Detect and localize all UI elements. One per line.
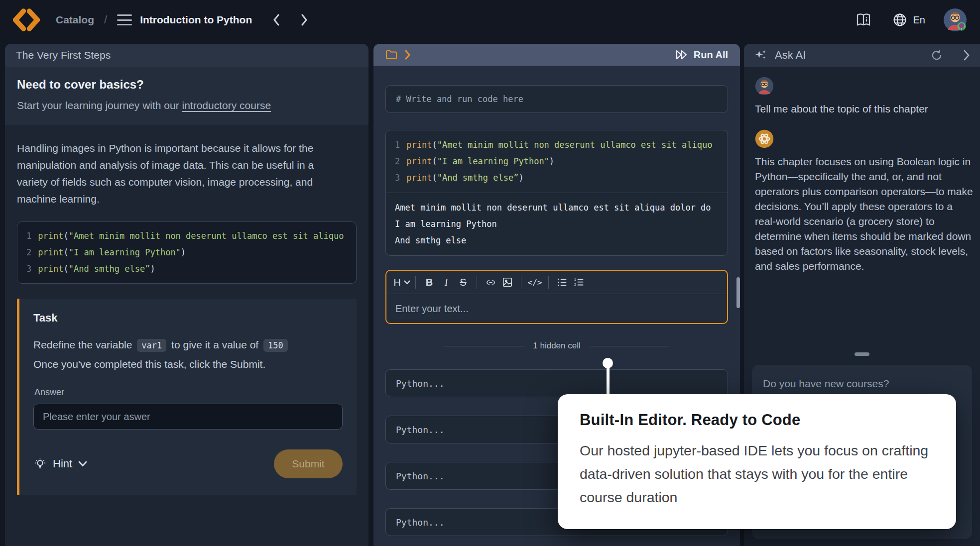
hidden-cells-label: 1 hidden cell xyxy=(533,341,580,351)
code-line: 1print("Amet minim mollit non deserunt u… xyxy=(26,228,347,244)
tour-tooltip-title: Built-In Editor. Ready to Code xyxy=(580,411,934,429)
app-logo[interactable] xyxy=(13,8,40,31)
code-line: 1print("Amet minim mollit non deserunt u… xyxy=(395,137,719,153)
hint-label: Hint xyxy=(53,457,72,470)
svg-text:2: 2 xyxy=(574,283,576,286)
output-line: And smthg else xyxy=(395,232,719,249)
code-line: 2print("I am learning Python") xyxy=(26,244,347,261)
output-line: Amet minim mollit non deserunt ullamco e… xyxy=(395,200,719,216)
executed-cell[interactable]: 1print("Amet minim mollit non deserunt u… xyxy=(385,130,728,256)
collapsed-cell[interactable]: Python... xyxy=(385,369,728,397)
language-label: En xyxy=(913,14,925,26)
lesson-code-block: 1print("Amet minim mollit non deserunt u… xyxy=(17,221,357,284)
expand-files-chevron-icon[interactable] xyxy=(404,50,411,60)
language-selector[interactable]: En xyxy=(892,12,925,27)
run-all-button[interactable]: Run All xyxy=(675,49,728,61)
top-bar: Catalog / Introduction to Python En xyxy=(0,0,980,40)
next-chapter-button[interactable] xyxy=(301,14,308,26)
sparkles-icon xyxy=(754,48,768,62)
prev-chapter-button[interactable] xyxy=(273,14,280,26)
breadcrumb-separator: / xyxy=(104,13,107,26)
basics-title: Need to cover basics? xyxy=(17,78,357,92)
bullet-list-button[interactable] xyxy=(554,274,571,290)
italic-button[interactable]: I xyxy=(438,274,455,290)
code-chip-var1: var1 xyxy=(137,339,166,352)
ai-message-avatar xyxy=(755,129,774,148)
globe-icon xyxy=(892,12,907,27)
tour-tooltip-body: Our hosted jupyter-based IDE lets you fo… xyxy=(580,439,934,509)
svg-text:1: 1 xyxy=(574,278,576,281)
lesson-paragraph: Handling images in Python is important b… xyxy=(5,126,354,208)
notebook-scrollbar[interactable] xyxy=(736,277,740,308)
page-title: Introduction to Python xyxy=(140,14,252,26)
run-all-icon xyxy=(675,49,689,61)
heading-button[interactable]: H xyxy=(393,274,410,290)
chat-thread: Tell me about the topic of this chapter … xyxy=(744,67,980,274)
user-message: Tell me about the topic of this chapter xyxy=(755,102,969,116)
strikethrough-button[interactable]: S xyxy=(455,274,472,290)
lesson-panel: The Very First Steps Need to cover basic… xyxy=(5,44,368,546)
link-button[interactable] xyxy=(482,274,499,290)
chevron-down-icon xyxy=(404,280,410,285)
hint-button[interactable]: Hint xyxy=(33,457,87,471)
chevron-down-icon xyxy=(78,461,87,467)
numbered-list-icon: 1 2 xyxy=(574,277,585,287)
chapter-menu-icon[interactable] xyxy=(117,14,132,25)
run-all-label: Run All xyxy=(694,49,728,61)
notebook-toolbar: Run All xyxy=(373,44,740,66)
introductory-course-link[interactable]: introductory course xyxy=(182,100,271,111)
lightbulb-icon xyxy=(33,457,47,471)
markdown-editor: H B I S xyxy=(385,270,728,324)
link-icon xyxy=(486,277,496,288)
scratch-comment: # Write and run code here xyxy=(396,94,523,104)
ask-ai-header: Ask AI xyxy=(744,44,980,67)
scratch-cell[interactable]: # Write and run code here xyxy=(385,85,728,113)
editor-text-area[interactable]: Enter your text... xyxy=(386,294,727,323)
task-description: Redefine the variable var1 to give it a … xyxy=(33,335,343,373)
answer-label: Answer xyxy=(33,387,343,398)
code-line: 3print("And smthg else”) xyxy=(395,170,719,186)
svg-text:1: 1 xyxy=(961,27,963,31)
lesson-title: The Very First Steps xyxy=(5,44,368,67)
bold-button[interactable]: B xyxy=(421,274,438,290)
input-resize-handle[interactable] xyxy=(855,352,869,356)
bullet-list-icon xyxy=(557,277,568,287)
editor-toolbar: H B I S xyxy=(386,271,727,294)
image-icon xyxy=(502,277,513,288)
user-avatar[interactable]: 1 xyxy=(943,8,967,32)
code-line: 2print("I am learning Python") xyxy=(395,153,719,170)
answer-input[interactable] xyxy=(33,404,343,430)
user-message-avatar xyxy=(755,77,774,96)
tour-tooltip: Built-In Editor. Ready to Code Our hoste… xyxy=(558,394,956,529)
image-button[interactable] xyxy=(499,274,516,290)
task-card: Task Redefine the variable var1 to give … xyxy=(17,299,357,495)
basics-text: Start your learning journey with our xyxy=(17,100,182,111)
cell-code: 1print("Amet minim mollit non deserunt u… xyxy=(386,130,728,193)
reset-chat-button[interactable] xyxy=(930,49,943,62)
hidden-cells-divider[interactable]: 1 hidden cell xyxy=(373,341,740,351)
ask-ai-title: Ask AI xyxy=(775,49,806,62)
collapse-panel-chevron-icon[interactable] xyxy=(963,50,970,61)
ai-message: This chapter focuses on using Boolean lo… xyxy=(755,154,973,274)
code-line: 3print("And smthg else”) xyxy=(26,261,347,277)
submit-button[interactable]: Submit xyxy=(274,449,343,478)
code-chip-150: 150 xyxy=(263,339,288,352)
breadcrumb-catalog[interactable]: Catalog xyxy=(56,14,94,26)
basics-callout: Need to cover basics? Start your learnin… xyxy=(5,67,368,126)
cell-output: Amet minim mollit non deserunt ullamco e… xyxy=(386,193,728,255)
folder-icon[interactable] xyxy=(385,49,397,60)
code-block-button[interactable]: </> xyxy=(526,274,543,290)
task-title: Task xyxy=(33,312,343,325)
output-line: I am learning Python xyxy=(395,216,719,232)
numbered-list-button[interactable]: 1 2 xyxy=(571,274,588,290)
glossary-book-icon[interactable] xyxy=(856,12,871,27)
